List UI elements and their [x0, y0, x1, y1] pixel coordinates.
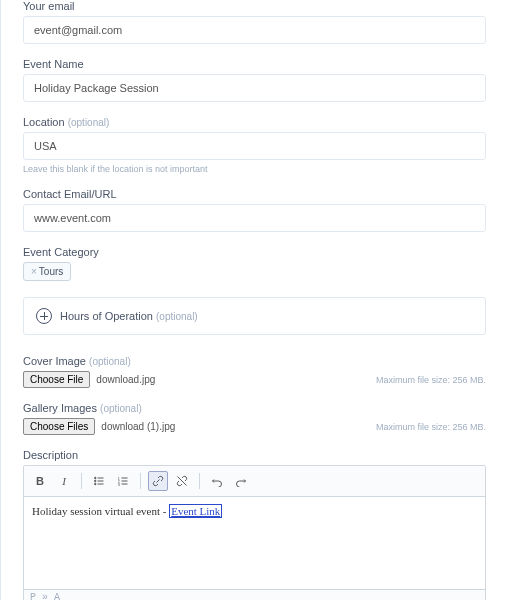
- cover-label-text: Cover Image: [23, 355, 86, 367]
- cover-choose-file-button[interactable]: Choose File: [23, 371, 90, 388]
- numbered-list-icon: 123: [117, 475, 129, 487]
- category-tag-text: Tours: [39, 266, 63, 277]
- email-input[interactable]: [23, 16, 486, 44]
- svg-point-0: [95, 477, 97, 479]
- description-link[interactable]: Event Link: [169, 504, 222, 518]
- email-label: Your email: [23, 0, 486, 12]
- remove-icon[interactable]: ×: [31, 266, 37, 277]
- cover-image-label: Cover Image (optional): [23, 355, 486, 367]
- undo-button[interactable]: [207, 471, 227, 491]
- cover-optional: (optional): [89, 356, 131, 367]
- link-button[interactable]: [148, 471, 168, 491]
- bullet-list-icon: [93, 475, 105, 487]
- bullet-list-button[interactable]: [89, 471, 109, 491]
- rich-text-editor: B I 123 Holiday sess: [23, 465, 486, 600]
- event-name-input[interactable]: [23, 74, 486, 102]
- undo-icon: [211, 475, 223, 487]
- location-optional: (optional): [68, 117, 110, 128]
- location-input[interactable]: [23, 132, 486, 160]
- gallery-choose-files-button[interactable]: Choose Files: [23, 418, 95, 435]
- editor-toolbar: B I 123: [24, 466, 485, 497]
- contact-label: Contact Email/URL: [23, 188, 486, 200]
- contact-input[interactable]: [23, 204, 486, 232]
- cover-maxsize: Maximum file size: 256 MB.: [346, 375, 486, 385]
- location-label: Location (optional): [23, 116, 486, 128]
- editor-content[interactable]: Holiday session virtual event - Event Li…: [24, 497, 485, 589]
- gallery-label-text: Gallery Images: [23, 402, 97, 414]
- location-label-text: Location: [23, 116, 65, 128]
- svg-point-2: [95, 480, 97, 482]
- plus-circle-icon: [36, 308, 52, 324]
- gallery-optional: (optional): [100, 403, 142, 414]
- cover-filename: download.jpg: [96, 374, 155, 385]
- unlink-icon: [176, 475, 188, 487]
- location-help: Leave this blank if the location is not …: [23, 164, 486, 174]
- redo-icon: [235, 475, 247, 487]
- svg-text:3: 3: [118, 483, 120, 487]
- hours-label: Hours of Operation: [60, 310, 153, 322]
- link-icon: [152, 475, 164, 487]
- description-label: Description: [23, 449, 486, 461]
- category-label: Event Category: [23, 246, 486, 258]
- category-tag[interactable]: ×Tours: [23, 262, 71, 281]
- description-text: Holiday session virtual event -: [32, 505, 169, 517]
- redo-button[interactable]: [231, 471, 251, 491]
- italic-button[interactable]: I: [54, 471, 74, 491]
- bold-button[interactable]: B: [30, 471, 50, 491]
- toolbar-separator: [140, 473, 141, 489]
- svg-point-4: [95, 483, 97, 485]
- toolbar-separator: [81, 473, 82, 489]
- gallery-images-label: Gallery Images (optional): [23, 402, 486, 414]
- event-name-label: Event Name: [23, 58, 486, 70]
- hours-of-operation-toggle[interactable]: Hours of Operation (optional): [23, 297, 486, 335]
- gallery-maxsize: Maximum file size: 256 MB.: [346, 422, 486, 432]
- toolbar-separator: [199, 473, 200, 489]
- unlink-button[interactable]: [172, 471, 192, 491]
- hours-optional: (optional): [156, 311, 198, 322]
- gallery-filename: download (1).jpg: [101, 421, 175, 432]
- numbered-list-button[interactable]: 123: [113, 471, 133, 491]
- editor-status-path: P » A: [24, 589, 485, 600]
